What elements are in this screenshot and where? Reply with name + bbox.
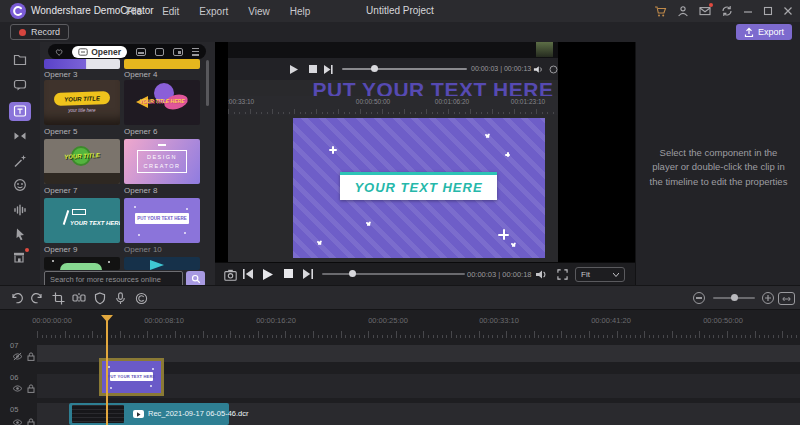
recorded-canvas: YOUR TEXT HERE <box>293 118 545 258</box>
ruler-label: 00:00:41:20 <box>576 316 646 325</box>
title-clip-selected[interactable]: PUT YOUR TEXT HERE <box>99 358 164 396</box>
track-eye-icon[interactable] <box>12 418 23 425</box>
playhead-handle[interactable] <box>101 315 113 322</box>
template-thumb-opener-7[interactable]: YOUR TITLE <box>44 139 120 184</box>
track-lock-icon[interactable] <box>27 418 35 425</box>
cursor-icon[interactable] <box>13 227 27 241</box>
track-eye-icon[interactable] <box>12 384 23 393</box>
denoise-shield-icon[interactable] <box>94 292 106 305</box>
thumb-dot <box>108 261 110 263</box>
copyright-icon[interactable] <box>135 292 148 305</box>
audio-icon[interactable] <box>13 203 27 217</box>
template-thumb-opener-6[interactable]: YOUR TITLE HERE <box>124 80 200 125</box>
split-icon[interactable] <box>72 292 86 304</box>
templates-icon[interactable] <box>13 104 27 118</box>
volume-icon[interactable] <box>535 269 547 280</box>
crop-icon[interactable] <box>52 292 65 305</box>
store-notification-dot <box>25 248 29 252</box>
account-icon[interactable] <box>677 5 689 17</box>
transitions-icon[interactable] <box>13 129 27 143</box>
timeline-toolbar <box>0 285 800 310</box>
thumb-text: DESIGN CREATOR <box>142 153 182 171</box>
thumb-shape <box>63 210 70 225</box>
template-thumb-opener-9[interactable]: YOUR TEXT HERE <box>44 198 120 243</box>
app-logo-icon <box>10 3 26 19</box>
seek-handle[interactable] <box>349 270 356 277</box>
export-button[interactable]: Export <box>736 24 792 40</box>
stickers-icon[interactable] <box>13 178 27 192</box>
recorded-player-bar: 00:00:03 | 00:00:13 <box>228 58 558 80</box>
media-icon[interactable] <box>13 53 27 67</box>
sparkle <box>365 220 372 227</box>
left-sidebar <box>0 42 40 288</box>
play-button-icon[interactable] <box>263 269 273 280</box>
tab-menu-icon[interactable] <box>192 48 200 56</box>
stop-button-icon[interactable] <box>284 269 293 278</box>
timeline-zoom-handle[interactable] <box>731 294 738 301</box>
redo-icon[interactable] <box>31 292 44 304</box>
track-lock-icon[interactable] <box>27 352 35 361</box>
template-label: Opener 5 <box>44 127 120 136</box>
record-button[interactable]: Record <box>10 24 69 40</box>
tab-opener-active[interactable]: Opener <box>72 46 127 58</box>
tab-subtitle-icon[interactable] <box>155 48 165 56</box>
tab-lower-thirds-icon[interactable] <box>136 48 146 56</box>
thumb-shape <box>44 173 120 184</box>
menu-edit[interactable]: Edit <box>162 6 179 17</box>
track-lock-icon[interactable] <box>27 384 35 393</box>
snapshot-icon[interactable] <box>224 269 237 281</box>
search-icon <box>191 274 201 284</box>
template-thumb-opener-8[interactable]: DESIGN CREATOR <box>124 139 200 184</box>
fullscreen-icon[interactable] <box>557 269 568 280</box>
templates-panel: Opener Opener 3 Opener 4 YOUR TITLE your… <box>40 42 215 288</box>
menu-export[interactable]: Export <box>199 6 228 17</box>
tab-annotation-icon[interactable] <box>173 48 183 56</box>
seek-bar[interactable] <box>322 273 465 275</box>
fit-dropdown[interactable]: Fit <box>575 267 625 282</box>
timeline[interactable]: 00:00:00:00 00:00:08:10 00:00:16:20 00:0… <box>0 310 800 425</box>
template-label: Opener 9 <box>44 245 120 254</box>
template-thumb-opener-10[interactable]: PUT YOUR TEXT HERE <box>124 198 200 243</box>
maximize-icon[interactable] <box>763 6 773 16</box>
template-thumb-partial[interactable] <box>44 257 120 270</box>
previous-frame-icon[interactable] <box>243 269 253 279</box>
close-icon[interactable] <box>783 6 793 16</box>
canvas-text-box: YOUR TEXT HERE <box>340 172 497 200</box>
upload-icon <box>744 27 754 38</box>
opener-tab-icon <box>78 48 88 56</box>
menu-view[interactable]: View <box>248 6 270 17</box>
template-thumb-opener-5[interactable]: YOUR TITLE your title here <box>44 80 120 125</box>
zoom-in-button[interactable] <box>762 292 774 304</box>
playhead-line[interactable] <box>106 315 108 425</box>
effects-icon[interactable] <box>13 154 27 168</box>
clip-dot <box>150 385 152 387</box>
sync-icon[interactable] <box>721 5 733 17</box>
record-icon <box>19 29 26 36</box>
cart-icon[interactable] <box>654 5 667 18</box>
zoom-out-button[interactable] <box>693 292 705 304</box>
undo-icon[interactable] <box>10 292 23 304</box>
favorites-heart-icon[interactable] <box>55 47 63 57</box>
opener-tab-label: Opener <box>91 47 121 57</box>
title-clip-text: PUT YOUR TEXT HERE <box>108 374 156 379</box>
template-thumb-opener-4[interactable] <box>124 59 200 69</box>
store-icon[interactable] <box>12 250 28 266</box>
templates-scrollbar[interactable] <box>206 60 209 106</box>
captions-icon[interactable] <box>13 78 27 92</box>
thumb-text: PUT YOUR TEXT HERE <box>137 216 187 221</box>
track-hidden-eye-off-icon[interactable] <box>12 352 23 361</box>
microphone-icon[interactable] <box>114 292 127 305</box>
template-thumb-partial[interactable] <box>124 257 200 270</box>
menu-file[interactable]: File <box>126 6 142 17</box>
template-thumb-opener-3[interactable] <box>44 59 120 69</box>
fit-label: Fit <box>581 270 590 279</box>
video-frame[interactable]: 00:00:03 | 00:00:13 PUT YOUR TEXT HERE 0… <box>228 42 558 262</box>
next-frame-icon[interactable] <box>303 269 313 279</box>
fit-timeline-button[interactable] <box>778 292 795 305</box>
template-label: Opener 4 <box>124 70 200 79</box>
recording-clip[interactable]: Rec_2021-09-17 06-05-46.dcr <box>69 403 229 425</box>
messages-icon[interactable] <box>699 5 711 17</box>
minimize-icon[interactable] <box>743 6 753 16</box>
thumb-dot <box>134 206 136 208</box>
clip-dot <box>108 366 110 368</box>
